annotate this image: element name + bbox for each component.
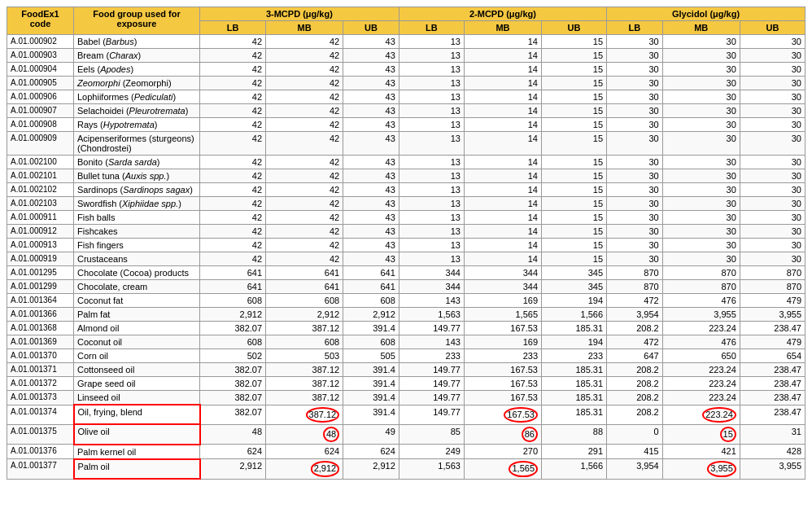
cell-value: 13 bbox=[399, 156, 464, 169]
cell-value: 476 bbox=[662, 335, 740, 349]
col-header-food: Food group used for exposure bbox=[74, 7, 200, 35]
cell-value: 479 bbox=[740, 335, 805, 349]
cell-value: 238.47 bbox=[740, 377, 805, 391]
cell-value: 641 bbox=[266, 266, 343, 280]
cell-value: 30 bbox=[662, 49, 740, 63]
cell-value: 382.07 bbox=[200, 391, 266, 405]
cell-value: 48 bbox=[266, 424, 343, 444]
cell-value: 15 bbox=[542, 35, 607, 49]
table-row: A.01.001377Palm oil2,9122,9122,9121,5631… bbox=[7, 459, 805, 479]
cell-value: 650 bbox=[662, 349, 740, 363]
cell-value: 167.53 bbox=[464, 405, 541, 424]
col-header-2mcpd: 2-MCPD (μg/kg) bbox=[399, 7, 606, 21]
cell-food: Cottonseed oil bbox=[74, 363, 200, 377]
table-row: A.01.002103Swordfish (Xiphiidae spp.)424… bbox=[7, 197, 805, 211]
cell-value: 3,954 bbox=[607, 459, 663, 479]
cell-value: 13 bbox=[399, 132, 464, 156]
table-row: A.01.001370Corn oil502503505233233233647… bbox=[7, 349, 805, 363]
cell-value: 2,912 bbox=[266, 308, 343, 322]
cell-value: 185.31 bbox=[542, 322, 607, 335]
cell-value: 13 bbox=[399, 225, 464, 239]
col-ub2: UB bbox=[542, 21, 607, 35]
cell-value: 0 bbox=[607, 424, 663, 444]
cell-value: 42 bbox=[266, 156, 343, 169]
col-mb2: MB bbox=[464, 21, 541, 35]
cell-value: 344 bbox=[399, 266, 464, 280]
cell-value: 608 bbox=[343, 335, 399, 349]
cell-value: 43 bbox=[343, 77, 399, 90]
cell-value: 42 bbox=[266, 183, 343, 197]
cell-value: 15 bbox=[542, 211, 607, 225]
col-mb3: MB bbox=[662, 21, 740, 35]
cell-value: 624 bbox=[200, 445, 266, 459]
table-row: A.01.000905Zeomorphi (Zeomorphi)42424313… bbox=[7, 77, 805, 90]
cell-value: 42 bbox=[200, 211, 266, 225]
cell-value: 167.53 bbox=[464, 363, 541, 377]
cell-value: 2,912 bbox=[343, 308, 399, 322]
cell-food: Palm fat bbox=[74, 308, 200, 322]
cell-value: 185.31 bbox=[542, 405, 607, 424]
cell-value: 30 bbox=[662, 183, 740, 197]
table-row: A.01.001376Palm kernel oil62462462424927… bbox=[7, 445, 805, 459]
cell-value: 14 bbox=[464, 90, 541, 104]
cell-value: 208.2 bbox=[607, 405, 663, 424]
cell-code: A.01.000904 bbox=[7, 63, 74, 77]
cell-code: A.01.002100 bbox=[7, 156, 74, 169]
cell-value: 14 bbox=[464, 132, 541, 156]
cell-value: 641 bbox=[200, 280, 266, 294]
cell-code: A.01.000913 bbox=[7, 239, 74, 252]
cell-value: 42 bbox=[200, 49, 266, 63]
cell-value: 391.4 bbox=[343, 405, 399, 424]
table-row: A.01.001295Chocolate (Cocoa) products641… bbox=[7, 266, 805, 280]
cell-value: 30 bbox=[607, 104, 663, 118]
cell-food: Chocolate, cream bbox=[74, 280, 200, 294]
cell-value: 291 bbox=[542, 445, 607, 459]
cell-value: 14 bbox=[464, 35, 541, 49]
cell-value: 3,955 bbox=[662, 308, 740, 322]
cell-value: 30 bbox=[740, 211, 805, 225]
cell-value: 223.24 bbox=[662, 377, 740, 391]
cell-value: 15 bbox=[662, 424, 740, 444]
cell-value: 43 bbox=[343, 197, 399, 211]
cell-value: 30 bbox=[662, 90, 740, 104]
cell-value: 13 bbox=[399, 35, 464, 49]
cell-value: 42 bbox=[266, 118, 343, 132]
cell-value: 88 bbox=[542, 424, 607, 444]
table-row: A.01.000907Selachoidei (Pleurotremata)42… bbox=[7, 104, 805, 118]
header-group-row: FoodEx1 code Food group used for exposur… bbox=[7, 7, 805, 21]
data-table: FoodEx1 code Food group used for exposur… bbox=[7, 7, 805, 480]
cell-value: 15 bbox=[542, 90, 607, 104]
cell-value: 387.12 bbox=[266, 405, 343, 424]
cell-code: A.01.001371 bbox=[7, 363, 74, 377]
cell-value: 208.2 bbox=[607, 322, 663, 335]
cell-value: 42 bbox=[266, 49, 343, 63]
col-ub1: UB bbox=[343, 21, 399, 35]
cell-food: Olive oil bbox=[74, 424, 200, 444]
cell-value: 13 bbox=[399, 239, 464, 252]
cell-value: 233 bbox=[464, 349, 541, 363]
cell-value: 86 bbox=[464, 424, 541, 444]
cell-value: 870 bbox=[662, 266, 740, 280]
cell-code: A.01.001369 bbox=[7, 335, 74, 349]
cell-value: 42 bbox=[266, 211, 343, 225]
cell-food: Fish balls bbox=[74, 211, 200, 225]
cell-value: 42 bbox=[200, 252, 266, 266]
cell-value: 42 bbox=[266, 35, 343, 49]
cell-value: 641 bbox=[200, 266, 266, 280]
cell-food: Oil, frying, blend bbox=[74, 405, 200, 424]
cell-value: 387.12 bbox=[266, 322, 343, 335]
cell-value: 30 bbox=[607, 211, 663, 225]
col-lb2: LB bbox=[399, 21, 464, 35]
cell-value: 13 bbox=[399, 63, 464, 77]
cell-value: 223.24 bbox=[662, 391, 740, 405]
table-row: A.01.001374Oil, frying, blend382.07387.1… bbox=[7, 405, 805, 424]
cell-value: 608 bbox=[266, 294, 343, 308]
cell-value: 472 bbox=[607, 294, 663, 308]
cell-value: 1,566 bbox=[542, 308, 607, 322]
cell-value: 238.47 bbox=[740, 322, 805, 335]
cell-value: 42 bbox=[200, 132, 266, 156]
cell-value: 870 bbox=[607, 266, 663, 280]
cell-value: 43 bbox=[343, 35, 399, 49]
col-header-3mcpd: 3-MCPD (μg/kg) bbox=[200, 7, 399, 21]
cell-value: 169 bbox=[464, 335, 541, 349]
